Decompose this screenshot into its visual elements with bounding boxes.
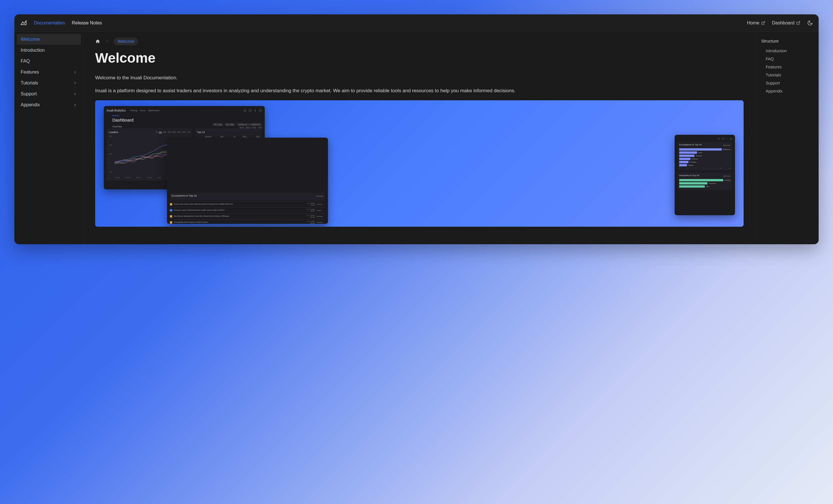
toc-item-faq[interactable]: FAQ: [761, 55, 813, 63]
search-icon: [243, 109, 246, 112]
svg-point-9: [727, 139, 727, 139]
mock-news-window: Ecosystems in Top 24 ABS REL Gnosis Lets…: [167, 138, 328, 224]
body-layout: Welcome Introduction FAQ Features Tutori…: [15, 32, 818, 244]
info-icon: [248, 109, 252, 112]
page-title: Welcome: [95, 50, 744, 66]
link-dashboard-label: Dashboard: [772, 20, 794, 26]
mock-ecosystems-window: Ecosystems in Top 24 ABS REL EthereumNon…: [675, 135, 735, 215]
link-home[interactable]: Home: [747, 20, 765, 26]
chevron-right-icon: [73, 70, 77, 74]
app-window: Documentation Release Notes Home Dashboa…: [15, 15, 818, 244]
chevron-right-icon: [73, 103, 77, 107]
logo-icon[interactable]: [20, 20, 27, 26]
header: Documentation Release Notes Home Dashboa…: [15, 15, 818, 32]
news-row: Gnosis Lets Crypto Users Make Everyday P…: [170, 201, 325, 207]
sidebar-item-label: Features: [21, 70, 39, 75]
sidebar-item-label: FAQ: [21, 58, 30, 64]
svg-point-2: [244, 110, 246, 112]
sidebar-left: Welcome Introduction FAQ Features Tutori…: [15, 32, 84, 244]
gear-icon: [254, 109, 257, 112]
main-content: Welcome Welcome Welcome to the Inuali Do…: [84, 32, 755, 244]
svg-line-3: [245, 111, 246, 112]
sidebar-item-label: Tutorials: [21, 80, 38, 86]
sidebar-item-welcome[interactable]: Welcome: [17, 34, 81, 45]
toc-item-features[interactable]: Features: [761, 63, 813, 71]
user-icon: [259, 109, 262, 112]
sidebar-item-label: Introduction: [21, 48, 45, 53]
svg-line-1: [798, 21, 800, 23]
news-row: Next Bitcoin Halving Event Could Be a St…: [170, 213, 325, 219]
intro-paragraph-1: Welcome to the Inuali Documentation.: [95, 74, 744, 81]
chevron-right-icon: [105, 39, 109, 43]
nav-tabs: Documentation Release Notes: [34, 20, 747, 26]
toc-item-appendix[interactable]: Appendix: [761, 87, 813, 95]
sidebar-item-label: Support: [21, 91, 37, 97]
sidebar-item-faq[interactable]: FAQ: [17, 56, 81, 67]
intro-paragraph-2: Inuali is a platform designed to assist …: [95, 87, 744, 95]
external-link-icon: [796, 21, 800, 25]
hero-screenshot: Inuali Analytics Pricing Docs Dashboard: [95, 100, 744, 227]
breadcrumb: Welcome: [95, 38, 744, 45]
svg-point-7: [718, 138, 719, 139]
sidebar-item-introduction[interactable]: Introduction: [17, 45, 81, 56]
mock-brand: Inuali Analytics: [106, 109, 126, 112]
sidebar-item-tutorials[interactable]: Tutorials: [17, 78, 81, 89]
sidebar-item-label: Welcome: [21, 37, 40, 42]
link-home-label: Home: [747, 20, 759, 26]
svg-point-10: [730, 138, 732, 140]
tab-documentation[interactable]: Documentation: [34, 20, 65, 26]
toc-item-introduction[interactable]: Introduction: [761, 47, 813, 55]
search-icon: [718, 138, 720, 140]
home-icon[interactable]: [95, 39, 100, 44]
external-link-icon: [761, 21, 765, 25]
news-row: Cathie Wood's ARK Sells Another $50.5M C…: [170, 225, 325, 227]
svg-point-6: [259, 110, 262, 112]
sidebar-item-label: Appendix: [21, 102, 40, 107]
header-right: Home Dashboard: [747, 20, 813, 26]
svg-point-8: [722, 138, 724, 140]
toc-title: Structure: [761, 39, 813, 43]
user-icon: [730, 138, 732, 140]
sidebar-item-appendix[interactable]: Appendix: [17, 99, 81, 110]
link-dashboard[interactable]: Dashboard: [772, 20, 800, 26]
theme-toggle-icon[interactable]: [807, 20, 813, 26]
chevron-right-icon: [73, 92, 77, 96]
breadcrumb-current: Welcome: [114, 38, 138, 45]
news-row: Unstoppable Adds Support for ENS Domains…: [170, 219, 325, 225]
tab-release-notes[interactable]: Release Notes: [72, 20, 102, 26]
chevron-right-icon: [73, 81, 77, 85]
sidebar-item-support[interactable]: Support: [17, 89, 81, 99]
sidebar-right: Structure Introduction FAQ Features Tuto…: [755, 32, 818, 244]
news-row: Ethereum Layer 2 Mantle Network unveils …: [170, 207, 325, 213]
sidebar-item-features[interactable]: Features: [17, 67, 81, 78]
toc-item-support[interactable]: Support: [761, 79, 813, 87]
toc-item-tutorials[interactable]: Tutorials: [761, 71, 813, 79]
svg-line-0: [763, 21, 765, 23]
gear-icon: [726, 138, 728, 140]
svg-point-4: [249, 110, 251, 112]
info-icon: [722, 138, 724, 140]
